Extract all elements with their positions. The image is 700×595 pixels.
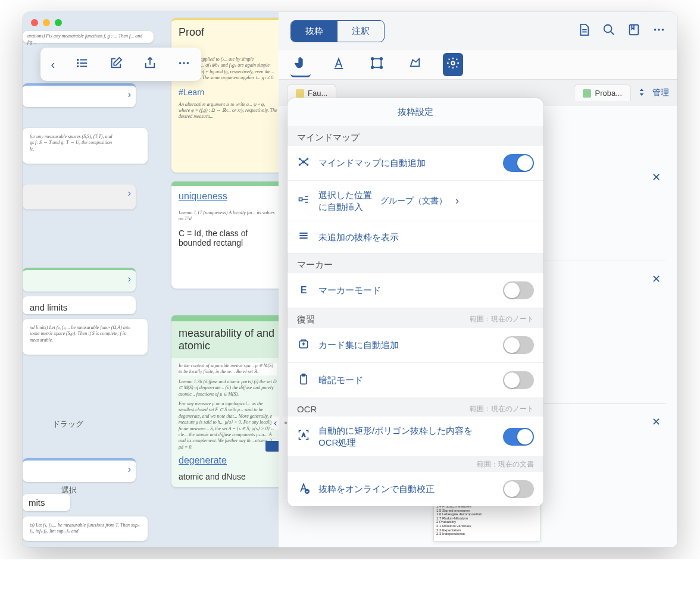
close-window-icon[interactable]	[31, 19, 38, 26]
svg-point-14	[654, 29, 657, 31]
card-blue-1[interactable]: ›	[23, 83, 136, 107]
svg-point-6	[179, 62, 182, 64]
mits-title: mits	[29, 497, 45, 508]
toggle-memo-mode[interactable]	[503, 371, 534, 389]
rect-tool-icon[interactable]	[367, 53, 387, 76]
close-icon[interactable]: ✕	[652, 171, 661, 184]
row-memo-mode[interactable]: 暗記モード	[288, 363, 543, 398]
row-show-unadded[interactable]: 未追加の抜粋を表示	[288, 221, 543, 253]
correct-icon	[297, 482, 310, 497]
card-mits[interactable]: mits	[23, 494, 70, 511]
row-ocr-auto[interactable]: A 自動的に矩形/ポリゴン抜粋した内容を OCR処理	[288, 416, 543, 457]
more-icon[interactable]	[652, 23, 665, 39]
row-auto-correct[interactable]: 抜粋をオンラインで自動校正	[288, 472, 543, 506]
polygon-tool-icon[interactable]	[405, 53, 425, 76]
compose-icon[interactable]	[110, 57, 123, 73]
toggle-ocr-auto[interactable]	[503, 428, 534, 446]
card-measfunc[interactable]: urations) Fix any measurable functions f…	[23, 31, 154, 43]
svg-rect-42	[302, 374, 305, 375]
svg-line-31	[299, 162, 304, 165]
prev-page-icon[interactable]: ‹	[271, 416, 279, 430]
svg-point-15	[658, 29, 660, 31]
uniqueness-link[interactable]: uniqueness	[179, 191, 277, 202]
lemma-text: Lemma 1.17 (uniqueness) A locally fin...…	[179, 210, 277, 223]
top-bar: 抜粋 注釈	[279, 12, 677, 50]
settings-tool-icon[interactable]	[443, 53, 463, 76]
toggle-marker-mode[interactable]	[503, 281, 534, 299]
svg-point-20	[380, 58, 383, 60]
mindmap-pane[interactable]: Proof emma 1.11 applied to f₁... ate by …	[23, 12, 279, 547]
card-spaces[interactable]: for any measurable spaces (S,S), (T,T), …	[23, 128, 148, 164]
bookmark-icon[interactable]	[627, 23, 640, 39]
card-gray-1[interactable]: ›	[23, 184, 136, 209]
chevron-right-icon: ›	[128, 188, 131, 199]
section-marker: マーカー	[288, 253, 543, 273]
hand-tool-icon[interactable]	[290, 52, 311, 77]
zoom-window-icon[interactable]	[55, 19, 62, 26]
card-proof[interactable]: Proof emma 1.11 applied to f₁... ate by …	[171, 18, 279, 173]
svg-point-7	[183, 62, 186, 64]
row-cardset-add[interactable]: カード集に自動追加	[288, 328, 543, 363]
mode-segmented: 抜粋 注釈	[290, 20, 385, 42]
toggle-auto-correct[interactable]	[503, 480, 534, 498]
close-icon[interactable]: ✕	[652, 273, 661, 286]
mits-body: ts) Let f₁, f₂,... be measurable functio…	[30, 522, 140, 534]
tool-row	[279, 50, 677, 80]
toggle-cardset-add[interactable]	[503, 336, 534, 354]
toggle-auto-add-mindmap[interactable]	[503, 154, 534, 172]
meas-body: In the context of separable metric spa..…	[179, 363, 277, 375]
svg-point-22	[380, 67, 383, 69]
row-auto-add-mindmap[interactable]: マインドマップに自動追加	[288, 146, 543, 181]
minimize-window-icon[interactable]	[43, 19, 50, 26]
degen-body: atomic and dNuse	[179, 472, 277, 481]
meas-lemma: Lemma 1.36 (diffuse and atomic parts) (i…	[179, 379, 277, 397]
card-limits-title[interactable]: and limits	[23, 296, 136, 314]
marker-icon: E	[297, 285, 310, 296]
tab-proba[interactable]: Proba...	[574, 84, 631, 101]
sort-icon[interactable]	[637, 87, 646, 99]
row-value: グループ（文書）	[380, 196, 447, 206]
row-marker-mode[interactable]: E マーカーモード	[288, 273, 543, 308]
share-icon[interactable]	[143, 57, 157, 73]
title: and limits	[30, 302, 67, 312]
card-measurability[interactable]: measurability of and atomic In the conte…	[171, 315, 279, 487]
manage-button[interactable]: 管理	[652, 87, 669, 98]
list-icon[interactable]	[76, 57, 89, 73]
card-green-1[interactable]: ›	[23, 268, 136, 292]
mindmap-icon	[297, 156, 310, 171]
document-icon[interactable]	[577, 23, 590, 39]
svg-rect-18	[373, 59, 382, 68]
clipboard-icon	[297, 373, 310, 388]
app-window: Proof emma 1.11 applied to f₁... ate by …	[23, 12, 677, 547]
drag-label: ドラッグ	[52, 419, 83, 430]
insert-icon	[297, 193, 310, 208]
card-text: urations) Fix any measurable functions f…	[27, 33, 142, 45]
folder-icon	[583, 89, 591, 98]
degenerate-link[interactable]: degenerate	[179, 455, 277, 466]
text-tool-icon[interactable]	[329, 53, 349, 76]
back-icon[interactable]: ‹	[51, 58, 55, 71]
row-label: 抜粋をオンラインで自動校正	[318, 483, 495, 495]
svg-point-5	[77, 65, 79, 67]
search-icon[interactable]	[602, 23, 615, 39]
note-icon[interactable]	[265, 441, 279, 452]
close-icon[interactable]: ✕	[652, 415, 661, 428]
svg-point-4	[77, 62, 79, 64]
more-icon[interactable]	[177, 57, 190, 73]
card-mits-body[interactable]: ts) Let f₁, f₂,... be measurable functio…	[23, 516, 148, 541]
meas-title: measurability of and atomic	[171, 321, 279, 358]
floating-toolbar: ‹	[40, 48, 201, 81]
card-uniqueness[interactable]: uniqueness Lemma 1.17 (uniqueness) A loc…	[171, 181, 279, 289]
card-limits-body[interactable]: nd limits) Let f₁, f₂,... be measurable …	[23, 319, 148, 355]
card-blue-2[interactable]: ›	[23, 458, 136, 482]
row-insert-position[interactable]: 選択した位置に自動挿入 グループ（文書） ›	[288, 181, 543, 221]
svg-point-3	[77, 59, 79, 60]
card-title: Proof	[179, 26, 277, 39]
svg-point-8	[187, 62, 189, 64]
row-label: 暗記モード	[318, 374, 495, 386]
learn-tag[interactable]: #Learn	[179, 87, 277, 97]
list-icon	[297, 230, 310, 245]
segment-annotation[interactable]: 注釈	[338, 21, 384, 42]
svg-rect-33	[299, 198, 302, 201]
segment-excerpt[interactable]: 抜粋	[291, 21, 338, 42]
